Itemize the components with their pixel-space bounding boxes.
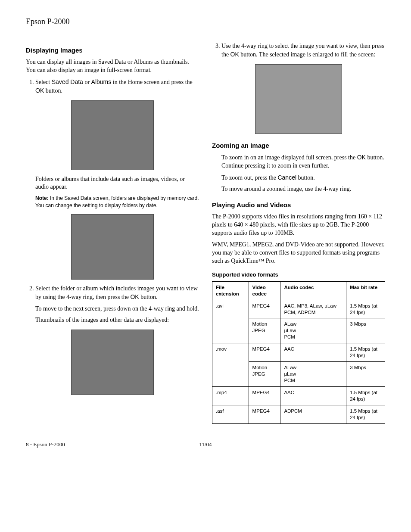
zoom-p2: To zoom out, press the Cancel button. [221,174,385,182]
intro-paragraph: You can display all images in Saved Data… [26,58,199,75]
steps-list-right: Use the 4-way ring to select the image y… [212,42,385,59]
zoom2-a: To zoom out, press the [221,174,277,181]
note-paragraph: Note: In the Saved Data screen, folders … [35,195,199,208]
albums-label: Albums [91,78,112,85]
cancel-label: Cancel [277,174,296,181]
step-3: Use the 4-way ring to select the image y… [221,42,385,59]
table-header-row: File extension Video codec Audio codec M… [212,281,385,300]
cell-br: 3 Mbps [346,318,385,343]
ok-label-4: OK [357,154,366,161]
cell-vc: Motion JPEG [249,318,280,343]
zoom-section: To zoom in on an image displayed full sc… [221,153,385,194]
cell-vc: MPEG4 [249,300,280,318]
home-screen-image [71,100,154,170]
thumbnails-screen-image [71,330,154,395]
table-row: .mov MPEG4 AAC 1.5 Mbps (at 24 fps) [212,343,385,362]
right-column: Use the 4-way ring to select the image y… [212,39,385,424]
heading-zooming: Zooming an image [212,142,385,149]
ok-label: OK [35,87,44,94]
fullscreen-image [255,64,342,134]
play-p1: The P-2000 supports video files in resol… [212,213,385,237]
th-file-extension: File extension [212,281,249,300]
step1-text-g: button. [44,87,62,94]
folders-paragraph: Folders or albums that include data such… [35,175,199,192]
zoom-p1: To zoom in on an image displayed full sc… [221,153,385,170]
cell-ext: .avi [212,300,249,343]
cell-ext: .mov [212,343,249,387]
saved-data-label: Saved Data [52,78,83,85]
table-row: .avi MPEG4 AAC, MP3, ALaw, µLaw PCM, ADP… [212,300,385,318]
zoom1-a: To zoom in on an image displayed full sc… [221,154,357,161]
cell-ac: ALaw µLaw PCM [280,318,346,343]
th-video-codec: Video codec [249,281,280,300]
move-paragraph: To move to the next screen, press down o… [35,305,199,313]
cell-ac: ALaw µLaw PCM [280,362,346,387]
zoom2-c: button. [296,174,315,181]
steps-list-left: Select Saved Data or Albums in the Home … [26,78,199,95]
cell-ac: ADPCM [280,405,346,423]
cell-br: 1.5 Mbps (at 24 fps) [346,343,385,362]
cell-vc: MPEG4 [249,405,280,423]
heading-supported-formats: Supported video formats [212,271,385,278]
cell-ext: .asf [212,405,249,423]
cell-br: 3 Mbps [346,362,385,387]
cell-br: 1.5 Mbps (at 24 fps) [346,300,385,318]
cell-vc: MPEG4 [249,343,280,362]
cell-ac: AAC [280,386,346,405]
note-label: Note: [35,195,49,201]
heading-displaying-images: Displaying Images [26,47,199,54]
cell-ext: .mp4 [212,386,249,405]
step1-text-a: Select [35,79,52,85]
table-row: .mp4 MPEG4 AAC 1.5 Mbps (at 24 fps) [212,386,385,405]
step3-text-c: button. The selected image is enlarged t… [239,51,375,58]
footer-left: 8 - Epson P-2000 [26,441,65,448]
table-row: .asf MPEG4 ADPCM 1.5 Mbps (at 24 fps) [212,405,385,423]
heading-playing: Playing Audio and Videos [212,201,385,208]
play-p2: WMV, MPEG1, MPEG2, and DVD-Video are not… [212,241,385,265]
th-audio-codec: Audio codec [280,281,346,300]
footer-center: 11/04 [199,441,212,448]
cell-ac: AAC [280,343,346,362]
step2-text-a: Select the folder or album which include… [35,285,198,300]
video-formats-table: File extension Video codec Audio codec M… [212,281,385,424]
th-max-bitrate: Max bit rate [346,281,385,300]
note-text: In the Saved Data screen, folders are di… [35,195,199,208]
cell-br: 1.5 Mbps (at 24 fps) [346,405,385,423]
ok-label-2: OK [130,293,139,300]
cell-vc: MPEG4 [249,386,280,405]
content-columns: Displaying Images You can display all im… [26,39,385,424]
thumbnails-paragraph: Thumbnails of the images and other data … [35,316,199,324]
cell-ac: AAC, MP3, ALaw, µLaw PCM, ADPCM [280,300,346,318]
step1-text-c: or [83,79,91,85]
saved-data-screen-image [71,214,154,280]
step-2: Select the folder or album which include… [35,285,199,325]
cell-vc: Motion JPEG [249,362,280,387]
steps-list-left-2: Select the folder or album which include… [26,285,199,325]
cell-br: 1.5 Mbps (at 24 fps) [346,386,385,405]
ok-label-3: OK [230,51,239,58]
page-header: Epson P-2000 [26,17,385,30]
page-footer: 8 - Epson P-2000 11/04 [26,441,385,449]
zoom-p3: To move around a zoomed image, use the 4… [221,185,385,193]
step2-text-c: button. [139,294,158,300]
step-1: Select Saved Data or Albums in the Home … [35,78,199,95]
left-column: Displaying Images You can display all im… [26,39,199,424]
step1-text-e: in the Home screen and press the [111,79,193,85]
